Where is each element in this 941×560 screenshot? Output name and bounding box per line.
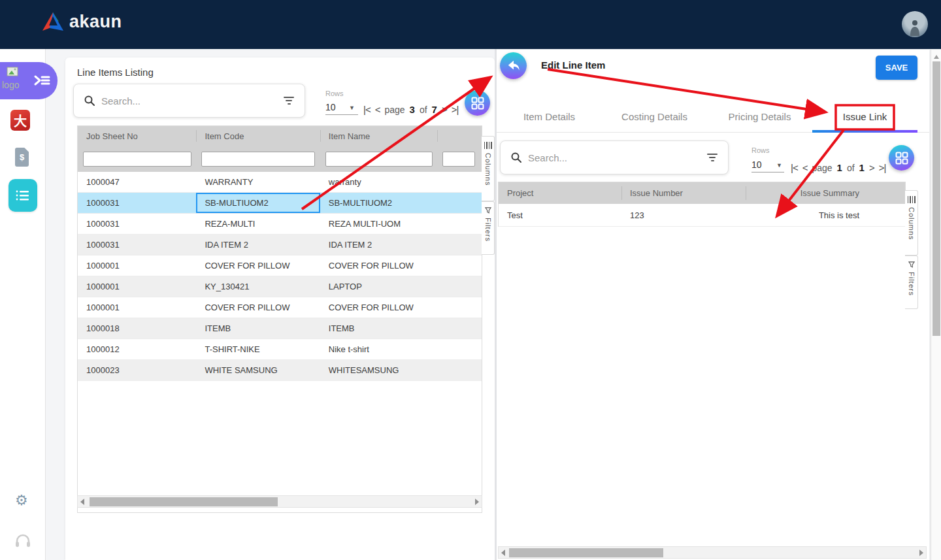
settings-gear-icon[interactable]: ⚙ — [15, 492, 28, 509]
user-avatar[interactable] — [902, 11, 928, 37]
table-row[interactable]: Test123This is test — [499, 204, 905, 227]
cell-item-code[interactable]: WARRANTY — [196, 172, 320, 192]
right-col-header[interactable]: Issue Number — [621, 182, 746, 204]
right-page-last-button[interactable]: >| — [879, 162, 886, 173]
cell-item-code[interactable]: SB-MULTIUOM2 — [196, 193, 320, 213]
cell-item-name[interactable]: warranty — [320, 172, 437, 192]
right-page-prev-button[interactable]: < — [802, 162, 808, 173]
left-rows-caret-icon[interactable]: ▼ — [349, 105, 355, 111]
cell-item-code[interactable]: T-SHIRT-NIKE — [196, 339, 320, 359]
cell-extra[interactable] — [437, 172, 482, 192]
sidebar-toggle-icon[interactable] — [33, 73, 51, 88]
sidebar-app-dollar-icon[interactable]: $ — [15, 148, 29, 167]
cell-job-sheet-no[interactable]: 1000001 — [78, 255, 196, 276]
sidebar-logo-pill[interactable]: logo — [0, 62, 58, 99]
cell-item-name[interactable]: REZA MULTI-UOM — [320, 214, 437, 234]
cell-item-name[interactable]: LAPTOP — [320, 276, 437, 297]
page-vscrollbar[interactable] — [931, 50, 941, 560]
cell-extra[interactable] — [437, 297, 482, 318]
left-col-header[interactable]: Item Name — [320, 126, 437, 146]
cell-issue-summary[interactable]: This is test — [746, 204, 865, 226]
cell-job-sheet-no[interactable]: 1000001 — [78, 297, 196, 318]
left-grid-view-button[interactable] — [465, 90, 490, 116]
cell-job-sheet-no[interactable]: 1000047 — [78, 172, 196, 192]
cell-item-name[interactable]: WHITESAMSUNG — [320, 360, 437, 380]
table-row[interactable]: 1000031SB-MULTIUOM2SB-MULTIUOM2 — [78, 193, 482, 214]
sidebar-app-red-icon[interactable]: 大 — [10, 110, 30, 131]
left-page-prev-button[interactable]: < — [375, 104, 380, 115]
cell-item-code[interactable]: COVER FOR PILLOW — [196, 255, 320, 276]
cell-item-name[interactable]: ITEMB — [320, 318, 437, 338]
cell-extra[interactable] — [437, 235, 482, 255]
left-hscrollbar[interactable] — [77, 495, 482, 508]
tab-costing-details[interactable]: Costing Details — [602, 105, 707, 132]
right-rows-caret-icon[interactable]: ▼ — [776, 162, 782, 169]
left-search-filter-icon[interactable] — [284, 97, 294, 105]
save-button[interactable]: SAVE — [876, 56, 917, 80]
right-search-input[interactable] — [528, 152, 701, 163]
left-filter-input[interactable] — [325, 152, 433, 167]
left-page-next-button[interactable]: > — [442, 104, 447, 115]
right-page-first-button[interactable]: |< — [791, 162, 798, 173]
right-col-header[interactable]: Project — [499, 182, 621, 204]
cell-extra[interactable] — [437, 193, 482, 213]
vscroll-thumb[interactable] — [933, 61, 940, 336]
cell-job-sheet-no[interactable]: 1000031 — [78, 235, 196, 255]
cell-extra[interactable] — [437, 214, 482, 234]
cell-item-code[interactable]: COVER FOR PILLOW — [196, 297, 320, 318]
side-tab-columns[interactable]: Columns — [482, 136, 495, 201]
right-hscroll-thumb[interactable] — [509, 548, 663, 557]
table-row[interactable]: 1000031IDA ITEM 2IDA ITEM 2 — [78, 235, 482, 255]
cell-job-sheet-no[interactable]: 1000018 — [78, 318, 196, 338]
cell-item-code[interactable]: WHITE SAMSUNG — [196, 360, 320, 380]
cell-item-name[interactable]: IDA ITEM 2 — [320, 235, 437, 255]
sidebar-app-list-active[interactable] — [8, 179, 37, 212]
cell-item-code[interactable]: IDA ITEM 2 — [196, 235, 320, 255]
tab-item-details[interactable]: Item Details — [497, 105, 602, 132]
left-col-header[interactable]: Item Code — [196, 126, 320, 146]
cell-job-sheet-no[interactable]: 1000012 — [78, 339, 196, 359]
cell-item-name[interactable]: COVER FOR PILLOW — [320, 255, 437, 276]
right-search-filter-icon[interactable] — [707, 154, 718, 161]
left-hscroll-right-arrow[interactable] — [475, 499, 479, 505]
cell-job-sheet-no[interactable]: 1000023 — [78, 360, 196, 380]
cell-job-sheet-no[interactable]: 1000031 — [78, 193, 196, 213]
cell-job-sheet-no[interactable]: 1000001 — [78, 276, 196, 297]
support-headset-icon[interactable] — [14, 533, 31, 551]
cell-extra[interactable] — [437, 318, 482, 338]
right-page-next-button[interactable]: > — [869, 162, 874, 173]
left-filter-input[interactable] — [442, 152, 475, 167]
table-row[interactable]: 1000001COVER FOR PILLOWCOVER FOR PILLOW — [78, 297, 482, 318]
left-hscroll-thumb[interactable] — [90, 497, 278, 506]
side-tab-filters[interactable]: Filters — [905, 255, 918, 309]
left-filter-input[interactable] — [201, 152, 315, 167]
table-row[interactable]: 1000012T-SHIRT-NIKENike t-shirt — [78, 339, 482, 360]
cell-item-code[interactable]: KY_130421 — [196, 276, 320, 297]
cell-item-name[interactable]: COVER FOR PILLOW — [320, 297, 437, 318]
table-row[interactable]: 1000001COVER FOR PILLOWCOVER FOR PILLOW — [78, 255, 482, 276]
right-hscrollbar[interactable] — [498, 546, 927, 559]
left-search-input[interactable] — [101, 95, 277, 107]
right-hscroll-left-arrow[interactable] — [501, 550, 505, 556]
left-hscroll-left-arrow[interactable] — [80, 499, 84, 505]
side-tab-filters[interactable]: Filters — [482, 201, 495, 255]
table-row[interactable]: 1000031REZA-MULTIREZA MULTI-UOM — [78, 214, 482, 235]
back-button[interactable] — [500, 52, 527, 79]
left-page-last-button[interactable]: >| — [452, 104, 459, 115]
cell-issue-number[interactable]: 123 — [621, 204, 746, 226]
table-row[interactable]: 1000023WHITE SAMSUNGWHITESAMSUNG — [78, 360, 482, 381]
right-hscroll-right-arrow[interactable] — [919, 550, 923, 556]
left-page-first-button[interactable]: |< — [363, 104, 371, 115]
tab-pricing-details[interactable]: Pricing Details — [707, 105, 812, 132]
cell-extra[interactable] — [437, 339, 482, 359]
cell-job-sheet-no[interactable]: 1000031 — [78, 214, 196, 234]
side-tab-columns[interactable]: Columns — [905, 190, 918, 255]
table-row[interactable]: 1000001KY_130421LAPTOP — [78, 276, 482, 297]
table-row[interactable]: 1000047WARRANTYwarranty — [78, 172, 482, 193]
cell-item-code[interactable]: REZA-MULTI — [196, 214, 320, 234]
cell-item-code[interactable]: ITEMB — [196, 318, 320, 338]
cell-extra[interactable] — [437, 255, 482, 276]
cell-item-name[interactable]: Nike t-shirt — [320, 339, 437, 359]
right-grid-view-button[interactable] — [889, 145, 914, 171]
cell-project[interactable]: Test — [499, 204, 621, 226]
